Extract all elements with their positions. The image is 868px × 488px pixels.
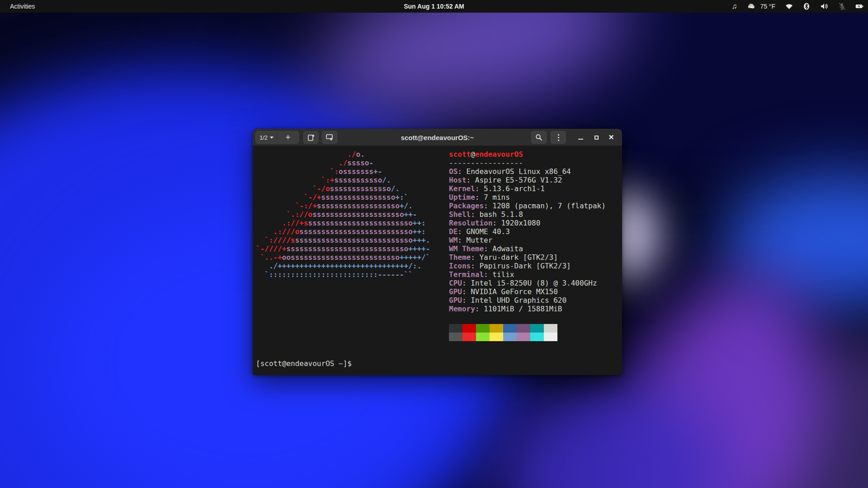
palette-swatch (462, 333, 476, 341)
volume-icon (820, 2, 828, 10)
palette-swatch (517, 324, 530, 333)
chevron-down-icon (270, 136, 274, 139)
maximize-icon (594, 136, 599, 140)
close-icon: ✕ (609, 134, 614, 141)
neofetch-info-row: Memory: 1101MiB / 15881MiB (449, 305, 606, 313)
split-down-icon (326, 134, 334, 141)
music-icon: ♫ (730, 2, 738, 10)
neofetch-info-block: scott@endeavourOS-----------------OS: En… (449, 150, 606, 313)
minimize-button[interactable] (577, 134, 584, 141)
weather-icon (748, 2, 756, 10)
palette-swatch (544, 324, 557, 333)
terminal-color-palette (449, 324, 557, 341)
palette-swatch (544, 333, 557, 341)
palette-swatch (490, 324, 503, 333)
maximize-button[interactable] (593, 134, 600, 141)
new-terminal-button[interactable]: + (278, 131, 298, 143)
session-indicator-button[interactable]: 1/2 (256, 131, 277, 143)
neofetch-info-row: DE: GNOME 40.3 (449, 227, 606, 236)
neofetch-info-row: Terminal: tilix (449, 270, 606, 279)
system-tray[interactable]: ♫ 75 °F (730, 0, 863, 13)
terminal-content[interactable]: ./o. ./sssso- `:osssssss+- `:+ssssssssss… (253, 146, 622, 375)
palette-swatch (449, 333, 462, 341)
palette-swatch (517, 333, 530, 341)
session-indicator-label: 1/2 (259, 134, 268, 141)
split-right-icon (307, 134, 315, 141)
bluetooth-icon (802, 2, 811, 10)
neofetch-info-row: Host: Aspire E5-576G V1.32 (449, 176, 606, 184)
neofetch-info-row: WM Theme: Adwaita (449, 244, 606, 253)
palette-swatch (503, 324, 517, 333)
wifi-icon (785, 2, 793, 10)
split-down-button[interactable] (322, 131, 337, 144)
neofetch-info-row: Icons: Papirus-Dark [GTK2/3] (449, 262, 606, 270)
neofetch-ascii-logo: ./o. ./sssso- `:osssssss+- `:+ssssssssss… (256, 150, 430, 279)
neofetch-info-row: Theme: Yaru-dark [GTK2/3] (449, 253, 606, 262)
menu-button[interactable] (551, 131, 566, 144)
microphone-muted-icon (838, 2, 846, 10)
neofetch-info-row: Uptime: 7 mins (449, 193, 606, 202)
neofetch-info-row: GPU: NVIDIA GeForce MX150 (449, 287, 606, 296)
palette-swatch (462, 324, 476, 333)
terminal-window: 1/2 + scott@endeavourOS:~ (253, 129, 622, 375)
neofetch-info-row: Resolution: 868x488 (449, 219, 606, 227)
temperature-label: 75 °F (760, 3, 775, 10)
search-icon (535, 134, 542, 141)
search-button[interactable] (531, 131, 547, 144)
palette-swatch (503, 333, 517, 341)
desktop: Activities Sun Aug 1 10:52 AM ♫ 75 °F (0, 0, 868, 488)
close-button[interactable]: ✕ (605, 131, 617, 143)
minimize-icon (578, 139, 583, 140)
neofetch-info-row: Shell: bash 5.1.8 (449, 210, 606, 219)
palette-swatch (530, 324, 544, 333)
split-right-button[interactable] (303, 131, 319, 144)
neofetch-info-row: GPU: Intel UHD Graphics 620 (449, 296, 606, 305)
palette-swatch (530, 333, 544, 341)
kebab-menu-icon (558, 134, 559, 141)
window-titlebar[interactable]: 1/2 + scott@endeavourOS:~ (253, 129, 622, 146)
palette-swatch (476, 333, 490, 341)
battery-charging-icon (855, 2, 863, 10)
neofetch-info-row: Packages: 1208 (pacman), 7 (flatpak) (449, 202, 606, 210)
neofetch-info-row: WM: Mutter (449, 236, 606, 244)
palette-swatch (476, 324, 490, 333)
neofetch-info-row: CPU: Intel i5-8250U (8) @ 3.400GHz (449, 279, 606, 287)
gnome-top-bar: Activities Sun Aug 1 10:52 AM ♫ 75 °F (0, 0, 868, 13)
palette-swatch (490, 333, 503, 341)
neofetch-info-row: Kernel: 5.13.6-arch1-1 (449, 184, 606, 193)
session-switcher-group: 1/2 + (255, 131, 299, 144)
palette-swatch (449, 324, 462, 333)
shell-prompt: [scott@endeavourOS ~]$ (256, 359, 352, 368)
neofetch-info-row: OS: EndeavourOS Linux x86_64 (449, 167, 606, 176)
